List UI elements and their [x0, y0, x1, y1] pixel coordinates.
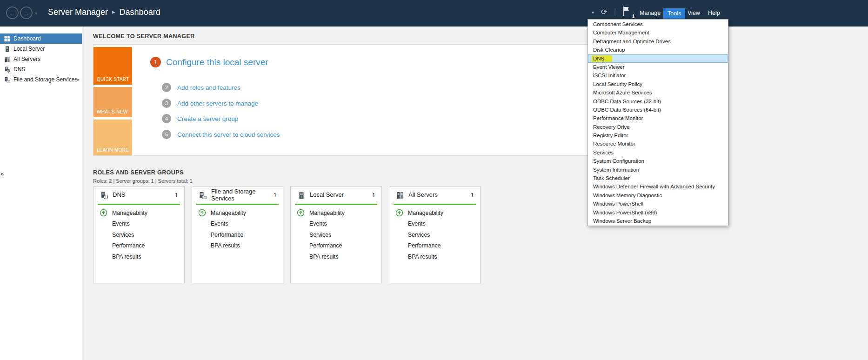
tools-menu-item-label: DNS	[592, 55, 612, 62]
configure-local-server-link[interactable]: Configure this local server	[166, 57, 268, 67]
tile-row-label: Performance	[408, 242, 441, 249]
tools-menu-item[interactable]: Registry Editor	[588, 131, 728, 140]
expand-arrow-icon[interactable]: ▸	[77, 77, 80, 82]
tile-title[interactable]: DNS	[113, 192, 175, 199]
tools-menu-item[interactable]: Local Security Policy	[588, 80, 728, 88]
quick-start-label: QUICK START	[97, 77, 129, 82]
tools-menu-item[interactable]: Performance Monitor	[588, 114, 728, 122]
tile-rows: Manageability Events Services Performanc…	[389, 207, 480, 262]
tools-menu-item-label: Local Security Policy	[593, 81, 642, 87]
tile-title[interactable]: File and Storage Services	[211, 188, 274, 202]
breadcrumb-separator-icon: ▸	[112, 8, 115, 15]
tile-rows: Manageability Events Performance BPA res…	[192, 207, 283, 251]
tools-menu-item-label: Windows Server Backup	[593, 218, 651, 224]
tile-row-events[interactable]: Events	[291, 219, 381, 230]
tools-menu-item[interactable]: Component Services	[588, 20, 728, 28]
tile-row-bpa[interactable]: BPA results	[192, 240, 283, 252]
tile-title[interactable]: Local Server	[310, 192, 372, 199]
tools-menu-item-label: Defragment and Optimize Drives	[593, 39, 671, 44]
sidebar-item-label: File and Storage Services	[13, 76, 77, 83]
tools-menu-item[interactable]: Task Scheduler	[588, 174, 728, 182]
page-title: Dashboard	[120, 7, 160, 17]
tile-title[interactable]: All Servers	[408, 192, 471, 199]
sidebar-item-all-servers[interactable]: All Servers	[0, 54, 82, 64]
tile-row-manageability[interactable]: Manageability	[192, 207, 283, 219]
tile-row-manageability[interactable]: Manageability	[93, 207, 184, 219]
tile-row-services[interactable]: Services	[291, 229, 381, 240]
tile-row-manageability[interactable]: Manageability	[291, 207, 381, 219]
tile-row-services[interactable]: Services	[93, 229, 184, 240]
tile-row-performance[interactable]: Performance	[389, 240, 480, 252]
breadcrumb: Server Manager▸Dashboard	[48, 7, 160, 17]
tools-menu-item[interactable]: Windows Server Backup	[588, 217, 728, 225]
menu-item-view[interactable]: View	[688, 10, 700, 16]
tools-menu-item[interactable]: Microsoft Azure Services	[588, 88, 728, 97]
sidebar-collapse-button[interactable]: »	[0, 170, 4, 177]
tile-row-label: Performance	[309, 242, 342, 249]
menu-item-tools[interactable]: Tools	[663, 8, 685, 19]
tools-menu-item[interactable]: ODBC Data Sources (64-bit)	[588, 106, 728, 114]
step-number-badge: 4	[162, 114, 171, 123]
tile-row-performance[interactable]: Performance	[192, 229, 283, 240]
quick-start-tab[interactable]: QUICK START	[93, 47, 132, 85]
create-server-group-link[interactable]: Create a server group	[177, 115, 238, 122]
tools-menu-item[interactable]: Windows Defender Firewall with Advanced …	[588, 182, 728, 191]
tools-menu-item-label: ODBC Data Sources (32-bit)	[593, 99, 661, 104]
tile-rows: Manageability Events Services Performanc…	[93, 207, 184, 262]
tile-row-manageability[interactable]: Manageability	[389, 207, 480, 219]
tile-row-events[interactable]: Events	[192, 219, 283, 230]
tile-row-label: Manageability	[112, 210, 147, 216]
tools-menu-item[interactable]: Disk Cleanup	[588, 46, 728, 54]
tools-menu-item[interactable]: iSCSI Initiator	[588, 71, 728, 80]
tools-menu-item[interactable]: System Information	[588, 166, 728, 174]
nav-history-caret-icon[interactable]: ▾	[35, 11, 37, 16]
menu-item-help[interactable]: Help	[708, 10, 720, 16]
tile-row-events[interactable]: Events	[389, 219, 480, 230]
main-content: WELCOME TO SERVER MANAGER QUICK START WH…	[83, 27, 868, 360]
notification-count-badge: 1	[632, 13, 635, 19]
tools-menu-item[interactable]: Services	[588, 148, 728, 157]
tools-menu-item-dns[interactable]: DNS	[588, 54, 728, 63]
tools-menu-item[interactable]: Windows PowerShell	[588, 200, 728, 208]
notifications-caret-icon[interactable]: ▾	[592, 10, 594, 15]
forward-button[interactable]: →	[20, 7, 33, 19]
back-button[interactable]: ←	[6, 7, 19, 19]
tile-row-bpa[interactable]: BPA results	[93, 251, 184, 262]
tile-row-performance[interactable]: Performance	[291, 240, 381, 252]
tools-menu-item[interactable]: Recovery Drive	[588, 123, 728, 131]
sidebar-item-label: All Servers	[13, 56, 40, 62]
tile-row-services[interactable]: Services	[389, 229, 480, 240]
topbar: ← → ▾ Server Manager▸Dashboard ▾ ⟳ | 1 M…	[0, 0, 868, 27]
whats-new-tab[interactable]: WHAT'S NEW	[93, 87, 132, 117]
learn-more-tab[interactable]: LEARN MORE	[93, 120, 132, 155]
tools-menu-item[interactable]: System Configuration	[588, 157, 728, 165]
sidebar-item-local-server[interactable]: Local Server	[0, 44, 82, 54]
sidebar-item-dns[interactable]: DNS	[0, 64, 82, 74]
tools-menu-item[interactable]: Windows PowerShell (x86)	[588, 208, 728, 217]
step-add-roles: 2 Add roles and features	[162, 83, 240, 92]
notification-flag-button[interactable]: 1	[622, 6, 635, 20]
add-other-servers-link[interactable]: Add other servers to manage	[177, 100, 258, 107]
sidebar: Dashboard Local Server All Servers	[0, 27, 82, 360]
sidebar-item-file-storage[interactable]: File and Storage Services ▸	[0, 74, 82, 85]
tools-menu-item[interactable]: Defragment and Optimize Drives	[588, 37, 728, 46]
tools-menu-item[interactable]: Computer Management	[588, 28, 728, 37]
tile-row-performance[interactable]: Performance	[93, 240, 184, 252]
tile-row-events[interactable]: Events	[93, 219, 184, 230]
tools-menu-item[interactable]: Event Viewer	[588, 63, 728, 71]
connect-cloud-services-link[interactable]: Connect this server to cloud services	[177, 131, 280, 138]
tile-row-label: Events	[309, 220, 327, 227]
step-connect-cloud: 5 Connect this server to cloud services	[162, 130, 280, 139]
tile-row-label: Events	[112, 220, 130, 227]
add-roles-features-link[interactable]: Add roles and features	[177, 84, 240, 91]
tile-row-label: Performance	[112, 242, 145, 249]
tile-row-bpa[interactable]: BPA results	[291, 251, 381, 262]
sidebar-item-dashboard[interactable]: Dashboard	[0, 33, 82, 44]
refresh-button[interactable]: ⟳	[601, 7, 607, 16]
menu-item-manage[interactable]: Manage	[640, 10, 661, 16]
tools-menu-item[interactable]: Resource Monitor	[588, 140, 728, 148]
tools-menu-item[interactable]: ODBC Data Sources (32-bit)	[588, 97, 728, 106]
tools-menu-item[interactable]: Windows Memory Diagnostic	[588, 191, 728, 200]
tile-row-bpa[interactable]: BPA results	[389, 251, 480, 262]
step-create-group: 4 Create a server group	[162, 114, 238, 123]
